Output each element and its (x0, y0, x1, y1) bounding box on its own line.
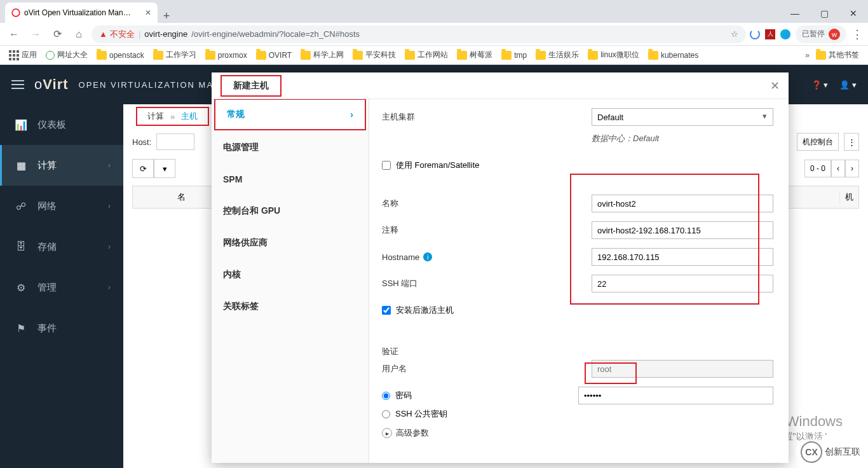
nav-back[interactable]: ← (5, 25, 23, 43)
ssh-port-input[interactable] (592, 275, 773, 292)
password-input[interactable] (578, 387, 773, 404)
label-cluster: 主机集群 (382, 111, 592, 123)
bookmarks-bar: 应用 网址大全 openstack 工作学习 proxmox OVIRT 科学上… (0, 46, 868, 65)
nav-console-gpu[interactable]: 控制台和 GPU (212, 195, 369, 227)
new-tab-button[interactable]: + (158, 10, 175, 23)
ovirt-logo: oVirt (34, 76, 69, 93)
auth-password-radio[interactable] (382, 392, 390, 400)
activate-checkbox[interactable] (382, 306, 391, 315)
sidebar-item-compute[interactable]: ▦计算› (0, 145, 123, 186)
url-host: ovirt-engine (144, 29, 187, 39)
browser-tab-active[interactable]: oVirt Open Virtualization Man… ✕ (5, 3, 158, 23)
breadcrumb-hosts[interactable]: 主机 (181, 111, 198, 122)
network-icon: ☍ (15, 200, 27, 212)
nav-power[interactable]: 电源管理 (212, 132, 369, 163)
host-console-button[interactable]: 机控制台 (797, 133, 839, 151)
bookmark-folder[interactable]: linux微职位 (585, 48, 642, 62)
bookmark-folder[interactable]: 树莓派 (454, 48, 495, 62)
sidebar-item-events[interactable]: ⚑事件 (0, 308, 123, 348)
hostname-input[interactable] (592, 248, 773, 266)
other-bookmarks[interactable]: 其他书签 (813, 48, 862, 62)
label-hostname: Hostname i (382, 252, 592, 262)
bookmark-folder[interactable]: proxmox (203, 50, 250, 61)
comment-input[interactable] (592, 221, 773, 239)
sidebar-item-network[interactable]: ☍网络› (0, 186, 123, 226)
sidebar-item-dashboard[interactable]: 📊仪表板 (0, 104, 123, 145)
dialog-close-icon[interactable]: ✕ (770, 79, 780, 93)
refresh-button[interactable]: ⟳ (132, 159, 154, 178)
storage-icon: 🗄 (15, 241, 27, 252)
window-controls: — ▢ ✕ (780, 4, 868, 23)
bookmark-folder[interactable]: 生活娱乐 (533, 48, 581, 62)
bookmark-overflow[interactable]: » (805, 51, 810, 60)
sidebar-item-storage[interactable]: 🗄存储› (0, 226, 123, 267)
hamburger-icon[interactable] (11, 80, 24, 89)
browser-address-bar: ← → ⟳ ⌂ ▲ 不安全 | ovirt-engine/ovirt-engin… (0, 23, 868, 46)
refresh-dropdown[interactable]: ▾ (154, 159, 175, 178)
nav-reload[interactable]: ⟳ (48, 25, 66, 43)
pdf-ext-icon[interactable]: 人 (765, 29, 775, 39)
nav-kernel[interactable]: 内核 (212, 259, 369, 291)
folder-icon (97, 51, 107, 60)
toolbar-right: 人 已暂停 w ⋮ (750, 25, 863, 43)
chevron-right-icon: › (108, 242, 111, 251)
sidebar-item-admin[interactable]: ⚙管理› (0, 267, 123, 308)
bookmark-folder[interactable]: openstack (94, 50, 147, 61)
auth-sshkey-label: SSH 公共密钥 (395, 408, 447, 420)
user-dropdown[interactable]: 👤 ▾ (839, 80, 857, 90)
foreman-checkbox[interactable] (382, 161, 391, 170)
chevron-right-icon: › (108, 202, 111, 210)
folder-icon (256, 51, 266, 60)
nav-network-provider[interactable]: 网络供应商 (212, 227, 369, 259)
profile-paused-chip[interactable]: 已暂停 w (796, 25, 846, 43)
nav-home[interactable]: ⌂ (70, 25, 88, 43)
folder-icon (353, 51, 363, 60)
grid-col-last: 机 (839, 191, 858, 203)
tab-close-icon[interactable]: ✕ (145, 8, 151, 17)
bookmark-folder[interactable]: tmp (499, 50, 529, 61)
primary-nav-sidebar: 📊仪表板 ▦计算› ☍网络› 🗄存储› ⚙管理› ⚑事件 (0, 104, 123, 468)
filter-label: Host: (132, 137, 151, 147)
advanced-toggle[interactable]: ▸ 高级参数 (382, 427, 773, 439)
name-input[interactable] (592, 195, 773, 212)
new-host-dialog: 新建主机 ✕ 常规› 电源管理 SPM 控制台和 GPU 网络供应商 内核 关联… (212, 72, 789, 463)
help-dropdown[interactable]: ❓ ▾ (811, 80, 829, 90)
admin-icon: ⚙ (15, 282, 27, 294)
folder-icon (536, 51, 546, 60)
apps-shortcut[interactable]: 应用 (6, 48, 39, 62)
auth-sshkey-radio[interactable] (382, 410, 390, 418)
window-maximize[interactable]: ▢ (810, 4, 839, 23)
filter-input[interactable] (156, 134, 194, 150)
nav-affinity[interactable]: 关联标签 (212, 291, 369, 322)
browser-tabstrip: oVirt Open Virtualization Man… ✕ + — ▢ ✕ (0, 0, 868, 23)
bookmark-folder[interactable]: kubernates (646, 50, 701, 61)
nav-general[interactable]: 常规› (214, 99, 366, 130)
nav-spm[interactable]: SPM (212, 163, 369, 195)
pager-prev[interactable]: ‹ (831, 160, 845, 177)
bookmark-folder[interactable]: 工作学习 (151, 48, 199, 62)
breadcrumb-compute[interactable]: 计算 (147, 111, 164, 122)
dialog-title-highlight: 新建主机 (220, 75, 281, 97)
username-input (592, 360, 773, 378)
bookmark-folder[interactable]: 平安科技 (350, 48, 398, 62)
sync-icon[interactable] (750, 29, 760, 39)
apps-grid-icon (9, 50, 19, 60)
window-minimize[interactable]: — (780, 4, 810, 23)
ext-icon-2[interactable] (780, 29, 790, 39)
menu-kebab-icon[interactable]: ⋮ (851, 27, 863, 41)
bookmark-folder[interactable]: OVIRT (254, 50, 294, 61)
folder-icon (816, 51, 826, 60)
breadcrumb-highlight: 计算 » 主机 (136, 107, 209, 126)
pager-next[interactable]: › (845, 160, 859, 177)
site-watermark: CX 创新互联 (796, 439, 865, 465)
kebab-menu-icon[interactable]: ⋮ (844, 133, 859, 151)
bookmark-item[interactable]: 网址大全 (43, 48, 90, 62)
bookmark-star-icon[interactable]: ☆ (731, 29, 738, 39)
bookmark-folder[interactable]: 工作网站 (402, 48, 451, 62)
info-icon[interactable]: i (423, 252, 432, 261)
nav-forward: → (27, 25, 44, 43)
omnibox[interactable]: ▲ 不安全 | ovirt-engine/ovirt-engine/webadm… (92, 25, 746, 43)
window-close[interactable]: ✕ (839, 4, 868, 23)
bookmark-folder[interactable]: 科学上网 (298, 48, 346, 62)
cluster-select[interactable]: Default (592, 108, 773, 126)
